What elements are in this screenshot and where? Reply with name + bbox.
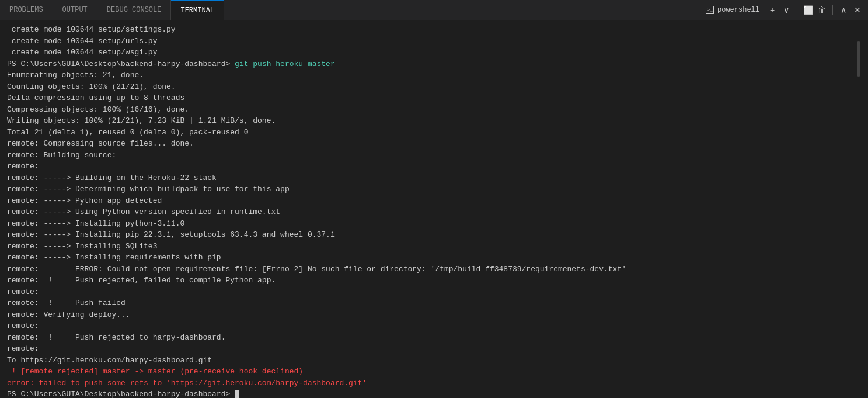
terminal-line: remote: -----> Installing pip 22.3.1, se… [7, 229, 856, 241]
terminal-line: remote: ! Push rejected, failed to compi… [7, 275, 856, 286]
terminal-line: Writing objects: 100% (21/21), 7.23 KiB … [7, 115, 856, 127]
terminal-line: remote: [7, 320, 856, 332]
tab-terminal[interactable]: TERMINAL [171, 0, 224, 20]
terminal-line: remote: -----> Using Python version spec… [7, 206, 856, 218]
terminal-line: PS C:\Users\GUIA\Desktop\backend-harpy-d… [7, 58, 856, 70]
scrollbar-thumb [857, 41, 860, 77]
terminal-line: Delta compression using up to 8 threads [7, 92, 856, 104]
tab-output[interactable]: OUTPUT [53, 0, 97, 20]
tab-controls: >_ powershell + ∨ ⬜ 🗑 ∧ ✕ [696, 0, 868, 20]
terminal-line: remote: [7, 161, 856, 172]
terminal-line: remote: -----> Python app detected [7, 195, 856, 207]
terminal-line: ! [remote rejected] master -> master (pr… [7, 366, 856, 378]
powershell-icon: >_ [706, 6, 714, 14]
terminal-line: remote: Verifying deploy... [7, 309, 856, 321]
close-button[interactable]: ✕ [852, 4, 863, 16]
terminal-content: create mode 100644 setup/settings.py cre… [7, 24, 856, 394]
terminal-line: remote: -----> Installing requirements w… [7, 252, 856, 264]
terminal-line: remote: -----> Building on the Heroku-22… [7, 172, 856, 184]
powershell-label: >_ powershell [701, 6, 764, 14]
divider [797, 5, 797, 15]
split-terminal-button[interactable]: ⬜ [802, 4, 814, 16]
tab-output-label: OUTPUT [62, 6, 88, 14]
powershell-text: powershell [717, 6, 759, 14]
terminal-line: remote: -----> Determining which buildpa… [7, 184, 856, 195]
tab-debug-console[interactable]: DEBUG CONSOLE [97, 0, 172, 20]
tab-problems[interactable]: PROBLEMS [0, 0, 53, 20]
terminal-line: create mode 100644 setup/wsgi.py [7, 47, 856, 58]
chevron-down-button[interactable]: ∨ [780, 4, 792, 16]
terminal-line: Total 21 (delta 1), reused 0 (delta 0), … [7, 127, 856, 139]
tab-bar: PROBLEMS OUTPUT DEBUG CONSOLE TERMINAL >… [0, 0, 868, 20]
terminal-line: create mode 100644 setup/urls.py [7, 36, 856, 47]
terminal-line: remote: Building source: [7, 150, 856, 161]
terminal-line: Counting objects: 100% (21/21), done. [7, 81, 856, 93]
terminal-line: remote: ! Push rejected to harpy-dashboa… [7, 332, 856, 344]
terminal-line: Compressing objects: 100% (16/16), done. [7, 104, 856, 116]
terminal-line: create mode 100644 setup/settings.py [7, 24, 856, 36]
tab-debug-console-label: DEBUG CONSOLE [107, 6, 162, 14]
divider2 [832, 5, 833, 15]
terminal-line: remote: [7, 286, 856, 298]
add-terminal-button[interactable]: + [766, 4, 778, 16]
collapse-button[interactable]: ∧ [838, 4, 849, 16]
terminal-cursor [235, 390, 239, 398]
terminal-line: remote: ERROR: Could not open requiremen… [7, 264, 856, 275]
terminal-line: error: failed to push some refs to 'http… [7, 378, 856, 389]
scrollbar[interactable] [856, 24, 861, 394]
terminal-line: To https://git.heroku.com/harpy-dashboar… [7, 355, 856, 366]
trash-button[interactable]: 🗑 [816, 4, 828, 16]
tab-problems-label: PROBLEMS [9, 6, 43, 14]
terminal-line: PS C:\Users\GUIA\Desktop\backend-harpy-d… [7, 389, 856, 398]
terminal-line: remote: ! Push failed [7, 297, 856, 309]
terminal-line: remote: -----> Installing python-3.11.0 [7, 218, 856, 230]
terminal-line: remote: [7, 343, 856, 355]
terminal-area[interactable]: create mode 100644 setup/settings.py cre… [0, 20, 868, 398]
tab-terminal-label: TERMINAL [180, 6, 214, 15]
terminal-line: remote: -----> Installing SQLite3 [7, 241, 856, 252]
terminal-line: remote: Compressing source files... done… [7, 138, 856, 150]
terminal-line: Enumerating objects: 21, done. [7, 70, 856, 81]
